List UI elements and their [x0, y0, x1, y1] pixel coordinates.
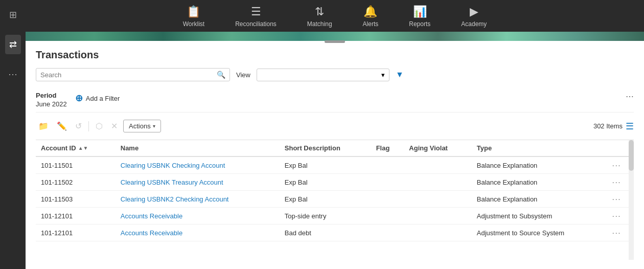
cell-name[interactable]: Clearing USBNK2 Checking Account	[116, 191, 280, 208]
col-aging-label: Aging Violat	[409, 144, 448, 152]
academy-icon: ▶	[470, 5, 478, 18]
col-short-description: Short Description	[280, 140, 371, 156]
add-filter-icon: ⊕	[75, 93, 83, 104]
period-filter: Period June 2022	[36, 92, 67, 108]
cell-short-description: Exp Bal	[280, 191, 371, 208]
alerts-icon: 🔔	[363, 5, 377, 18]
period-label: Period	[36, 92, 67, 99]
page-title: Transactions	[36, 49, 634, 61]
filter-row: Period June 2022 ⊕ Add a Filter ⋯	[36, 87, 634, 113]
banner-indicator	[325, 40, 345, 43]
cell-flag	[371, 191, 404, 208]
sidebar-transactions-icon[interactable]: ⇄	[5, 35, 21, 54]
cell-type: Balance Explanation	[472, 156, 607, 174]
cell-short-description: Exp Bal	[280, 174, 371, 191]
transactions-table-container: Account ID ▲▼ Name Short Description Fla…	[36, 140, 634, 260]
actions-button[interactable]: Actions ▾	[123, 120, 161, 132]
refresh-icon-button[interactable]: ↺	[73, 120, 84, 132]
sidebar: ⊞ ⇄ ⋯	[0, 0, 26, 269]
export-icon-button[interactable]: ⬡	[93, 120, 105, 132]
search-view-row: 🔍 View ▾ ▼	[36, 68, 634, 81]
main-content: 📋 Worklist ☰ Reconciliations ⇅ Matching …	[26, 0, 644, 269]
cell-type: Balance Explanation	[472, 174, 607, 191]
nav-reports[interactable]: 📊 Reports	[409, 5, 430, 28]
nav-reconciliations-label: Reconciliations	[235, 20, 277, 28]
cell-type: Adjustment to Subsystem	[472, 208, 607, 225]
cell-name[interactable]: Clearing USBNK Checking Account	[116, 156, 280, 174]
add-filter-label: Add a Filter	[86, 95, 120, 102]
scrollbar-track	[629, 140, 634, 260]
cell-short-description: Exp Bal	[280, 156, 371, 174]
cell-aging-violat	[404, 225, 471, 241]
sidebar-grid-icon[interactable]: ⊞	[5, 5, 21, 25]
cell-account-id: 101-11503	[36, 191, 116, 208]
more-options-icon[interactable]: ⋯	[626, 92, 634, 101]
actions-label: Actions	[129, 122, 151, 130]
nav-academy[interactable]: ▶ Academy	[461, 5, 487, 28]
search-icon: 🔍	[217, 71, 225, 79]
nav-alerts-label: Alerts	[363, 20, 379, 28]
view-dropdown[interactable]: ▾	[257, 69, 389, 81]
cell-name[interactable]: Clearing USBNK Treasury Account	[116, 174, 280, 191]
cell-short-description: Bad debt	[280, 225, 371, 241]
cell-flag	[371, 174, 404, 191]
cell-name[interactable]: Accounts Receivable	[116, 225, 280, 241]
add-filter-button[interactable]: ⊕ Add a Filter	[75, 93, 120, 104]
nav-worklist[interactable]: 📋 Worklist	[183, 5, 204, 28]
cell-name[interactable]: Accounts Receivable	[116, 208, 280, 225]
nav-matching-label: Matching	[307, 20, 332, 28]
table-row: 101-12101 Accounts Receivable Bad debt A…	[36, 225, 634, 241]
cell-flag	[371, 225, 404, 241]
cell-aging-violat	[404, 208, 471, 225]
cell-aging-violat	[404, 174, 471, 191]
sort-arrows-icon[interactable]: ▲▼	[78, 145, 88, 151]
cell-short-description: Top-side entry	[280, 208, 371, 225]
scrollbar-thumb[interactable]	[629, 140, 634, 171]
search-box[interactable]: 🔍	[36, 68, 230, 81]
col-type-label: Type	[477, 144, 492, 152]
col-account-id-label: Account ID	[41, 144, 76, 152]
cell-aging-violat	[404, 191, 471, 208]
cell-type: Adjustment to Source System	[472, 225, 607, 241]
filter-icon[interactable]: ▼	[396, 70, 404, 79]
nav-worklist-label: Worklist	[183, 20, 204, 28]
cell-flag	[371, 156, 404, 174]
reports-icon: 📊	[413, 5, 427, 18]
nav-matching[interactable]: ⇅ Matching	[307, 5, 332, 28]
col-name: Name	[116, 140, 280, 156]
folder-icon-button[interactable]: 📁	[36, 120, 51, 132]
worklist-icon: 📋	[187, 5, 200, 18]
cell-flag	[371, 208, 404, 225]
table-row: 101-12101 Accounts Receivable Top-side e…	[36, 208, 634, 225]
nav-academy-label: Academy	[461, 20, 487, 28]
toolbar: 📁 ✏️ ↺ ⬡ ✕ Actions ▾ 302 Items ☰	[36, 118, 634, 134]
period-value: June 2022	[36, 100, 67, 108]
nav-alerts[interactable]: 🔔 Alerts	[363, 5, 379, 28]
table-row: 101-11503 Clearing USBNK2 Checking Accou…	[36, 191, 634, 208]
matching-icon: ⇅	[315, 5, 324, 18]
cell-account-id: 101-12101	[36, 225, 116, 241]
items-count: 302 Items	[593, 122, 623, 130]
search-input[interactable]	[40, 71, 217, 79]
view-label: View	[236, 71, 250, 79]
edit-icon-button[interactable]: ✏️	[54, 120, 70, 132]
table-header-row: Account ID ▲▼ Name Short Description Fla…	[36, 140, 634, 156]
col-aging-violat: Aging Violat	[404, 140, 471, 156]
grid-view-icon[interactable]: ☰	[626, 121, 634, 132]
col-type: Type	[472, 140, 607, 156]
toolbar-separator	[88, 121, 89, 131]
col-flag: Flag	[371, 140, 404, 156]
sidebar-hierarchy-icon[interactable]: ⋯	[4, 64, 21, 84]
cell-type: Balance Explanation	[472, 191, 607, 208]
nav-reconciliations[interactable]: ☰ Reconciliations	[235, 5, 277, 28]
col-short-desc-label: Short Description	[285, 144, 340, 152]
delete-icon-button[interactable]: ✕	[108, 120, 120, 132]
chevron-down-icon: ▾	[381, 71, 385, 79]
reconciliations-icon: ☰	[251, 5, 261, 18]
transactions-table: Account ID ▲▼ Name Short Description Fla…	[36, 140, 634, 241]
nav-reports-label: Reports	[409, 20, 430, 28]
actions-caret-icon: ▾	[153, 123, 155, 129]
col-account-id: Account ID ▲▼	[36, 140, 116, 156]
table-row: 101-11502 Clearing USBNK Treasury Accoun…	[36, 174, 634, 191]
table-row: 101-11501 Clearing USBNK Checking Accoun…	[36, 156, 634, 174]
